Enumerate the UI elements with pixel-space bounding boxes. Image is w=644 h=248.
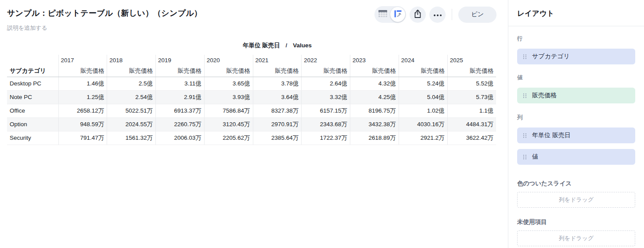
measure-header-cell: 販売価格 [156, 66, 205, 77]
value-cell: 1561.32万 [107, 131, 156, 145]
value-cell: 7586.84万 [204, 104, 253, 117]
field-pill-label: 年単位 販売日 [532, 131, 571, 139]
corner-cell [7, 55, 58, 66]
year-header-row: 201720182019202020212022202320242025 [7, 55, 496, 66]
measure-header-cell: 販売価格 [399, 66, 447, 77]
value-cell: 5.04億 [399, 90, 447, 104]
value-cell: 5.24億 [399, 77, 447, 90]
year-header-cell: 2020 [204, 55, 253, 66]
value-cell: 5.73億 [447, 90, 496, 104]
value-cell: 2970.91万 [253, 117, 302, 131]
pivot-table: 201720182019202020212022202320242025サブカテ… [7, 55, 496, 145]
dropzone-colored-slices[interactable]: 列をドラッグ [517, 192, 635, 208]
row-dimension-header: サブカテゴリ [7, 66, 58, 77]
values-label: Values [293, 42, 312, 49]
measure-header-cell: 販売価格 [350, 66, 399, 77]
year-header-cell: 2017 [58, 55, 107, 66]
share-button[interactable] [410, 7, 426, 23]
toolbar: ピン [374, 6, 496, 23]
value-cell: 2260.75万 [156, 117, 205, 131]
field-pill-rows[interactable]: サブカテゴリ [517, 49, 635, 64]
field-pill-columns[interactable]: 値 [517, 149, 635, 165]
year-header-cell: 2023 [350, 55, 399, 66]
drag-handle-icon [523, 54, 527, 60]
pin-button[interactable]: ピン [458, 7, 496, 23]
value-cell: 4030.16万 [399, 117, 447, 131]
layout-panel: レイアウト 行サブカテゴリ値販売価格列年単位 販売日値色のついたスライス列をドラ… [508, 0, 644, 248]
measure-header-cell: 販売価格 [58, 66, 107, 77]
value-cell: 2205.62万 [204, 131, 253, 145]
measure-header-cell: 販売価格 [302, 66, 350, 77]
toolbar-divider [452, 9, 452, 20]
table-row: Note PC1.25億2.54億2.91億3.93億3.64億3.32億4.2… [7, 90, 496, 104]
value-cell: 3.32億 [302, 90, 350, 104]
year-header-cell: 2025 [447, 55, 496, 66]
pivot-column-caption: 年単位 販売日 / Values [58, 42, 496, 50]
section-label-columns: 列 [517, 114, 635, 121]
dropzone-unused-items[interactable]: 列をドラッグ [517, 230, 635, 246]
field-pill-label: 販売価格 [532, 92, 557, 99]
panel-divider [508, 26, 644, 26]
main-content: サンプル：ピボットテーブル（新しい）（シンプル） 説明を追加する [0, 0, 508, 248]
value-cell: 3432.38万 [350, 117, 399, 131]
field-pill-values[interactable]: 販売価格 [517, 88, 635, 103]
field-pill-columns[interactable]: 年単位 販売日 [517, 128, 635, 143]
value-cell: 2658.12万 [58, 104, 107, 117]
section-label-unused-items: 未使用項目 [517, 218, 635, 226]
value-cell: 5022.51万 [107, 104, 156, 117]
value-cell: 1.46億 [58, 77, 107, 90]
value-cell: 1.02億 [399, 104, 447, 117]
value-cell: 2.64億 [302, 77, 350, 90]
value-cell: 3.93億 [204, 90, 253, 104]
value-cell: 8327.38万 [253, 104, 302, 117]
layout-panel-title: レイアウト [517, 9, 635, 18]
value-cell: 2618.89万 [350, 131, 399, 145]
section-label-values: 値 [517, 74, 635, 81]
value-cell: 4.32億 [350, 77, 399, 90]
table-grid-icon [378, 10, 387, 19]
caption-separator: / [286, 42, 288, 49]
measure-header-row: サブカテゴリ販売価格販売価格販売価格販売価格販売価格販売価格販売価格販売価格販売… [7, 66, 496, 77]
value-cell: 4.25億 [350, 90, 399, 104]
value-cell: 2024.55万 [107, 117, 156, 131]
value-cell: 2385.64万 [253, 131, 302, 145]
year-header-cell: 2022 [302, 55, 350, 66]
value-cell: 2.5億 [107, 77, 156, 90]
year-header-cell: 2019 [156, 55, 205, 66]
value-cell: 2343.68万 [302, 117, 350, 131]
table-view-button[interactable] [375, 7, 390, 22]
measure-header-cell: 販売価格 [204, 66, 253, 77]
pivot-view-button[interactable] [390, 7, 405, 22]
year-header-cell: 2018 [107, 55, 156, 66]
add-description-link[interactable]: 説明を追加する [7, 24, 47, 32]
value-cell: 2.91億 [156, 90, 205, 104]
section-label-colored-slices: 色のついたスライス [517, 180, 635, 188]
value-cell: 2921.2万 [399, 131, 447, 145]
value-cell: 8196.75万 [350, 104, 399, 117]
row-label-cell: Desktop PC [7, 77, 58, 90]
value-cell: 3622.42万 [447, 131, 496, 145]
table-row: Security791.47万1561.32万2006.03万2205.62万2… [7, 131, 496, 145]
measure-header-cell: 販売価格 [447, 66, 496, 77]
row-label-cell: Office [7, 104, 58, 117]
value-cell: 3.65億 [204, 77, 253, 90]
row-label-cell: Option [7, 117, 58, 131]
pivot-table-icon [394, 10, 402, 19]
measure-header-cell: 販売価格 [107, 66, 156, 77]
drag-handle-icon [523, 133, 527, 138]
value-cell: 791.47万 [58, 131, 107, 145]
row-label-cell: Security [7, 131, 58, 145]
value-cell: 6157.15万 [302, 104, 350, 117]
drag-handle-icon [523, 154, 527, 160]
drag-handle-icon [523, 93, 527, 99]
field-pill-label: 値 [532, 153, 538, 161]
more-options-button[interactable] [429, 7, 446, 23]
table-row: Office2658.12万5022.51万6913.37万7586.84万83… [7, 104, 496, 117]
value-cell: 3.78億 [253, 77, 302, 90]
value-cell: 2006.03万 [156, 131, 205, 145]
view-switcher [374, 6, 406, 23]
year-header-cell: 2021 [253, 55, 302, 66]
table-row: Option948.59万2024.55万2260.75万3120.45万297… [7, 117, 496, 131]
value-cell: 1.25億 [58, 90, 107, 104]
ellipsis-icon [433, 11, 442, 18]
